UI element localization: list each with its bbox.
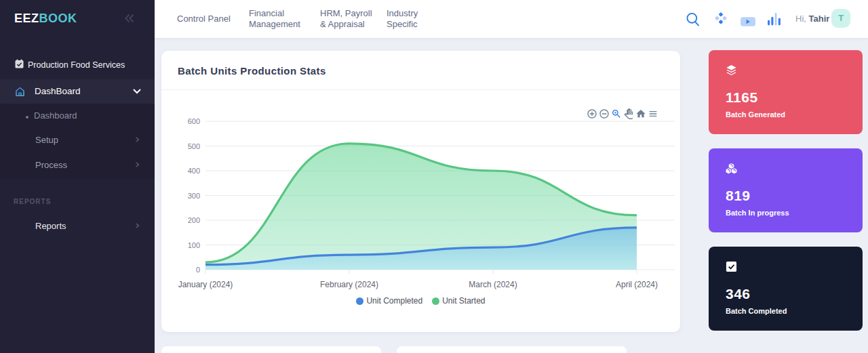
sidebar-item-company[interactable]: Production Food Services	[0, 54, 155, 77]
sidebar-dashboard-label: DashBoard	[35, 86, 81, 96]
logo-row: EEZBOOK	[0, 0, 155, 38]
nav-hrm-line2: & Appraisal	[320, 19, 365, 29]
svg-text:January (2024): January (2024)	[178, 280, 233, 289]
stat-card-batch-generated[interactable]: 1165 Batch Generated	[709, 50, 863, 134]
video-tutorial-icon[interactable]	[741, 14, 755, 29]
top-header: Control Panel FinancialManagement HRM, P…	[155, 0, 868, 38]
svg-text:February (2024): February (2024)	[320, 280, 378, 289]
legend-item-completed[interactable]: Unit Completed	[356, 296, 422, 306]
svg-text:500: 500	[188, 142, 200, 150]
cubes-icon	[726, 163, 737, 174]
area-chart[interactable]: 0100200300400500600January (2024)Februar…	[161, 89, 680, 306]
svg-text:300: 300	[188, 192, 200, 200]
legend-dot-green	[432, 297, 439, 305]
check-square-icon	[726, 261, 737, 272]
svg-text:600: 600	[188, 117, 200, 125]
brand-logo[interactable]: EEZBOOK	[14, 12, 77, 26]
sidebar-item-reports[interactable]: Reports	[35, 221, 66, 231]
avatar[interactable]: T	[831, 9, 850, 28]
greeting-prefix: Hi,	[795, 14, 809, 24]
sidebar-item-dashboard-sub[interactable]: Dashboard	[34, 110, 77, 121]
home-icon	[15, 87, 25, 97]
stat-label: Batch In progress	[726, 209, 789, 217]
sidebar-section-reports: REPORTS	[14, 198, 51, 205]
legend-dot-blue	[356, 297, 363, 305]
apps-diamond-icon[interactable]	[713, 11, 728, 26]
nav-hrm-line1: HRM, Payroll	[320, 8, 372, 18]
sidebar: EEZBOOK Production Food Services DashBoa…	[0, 0, 155, 353]
bullet-icon	[26, 116, 28, 119]
chevron-right-icon	[135, 223, 140, 228]
nav-industry-specific[interactable]: IndustrySpecific	[387, 8, 418, 30]
chevron-right-icon	[135, 162, 140, 167]
chart-title: Batch Units Production Stats	[178, 65, 326, 77]
bottom-card-right	[397, 346, 627, 353]
stat-card-batch-in-progress[interactable]: 819 Batch In progress	[709, 148, 863, 232]
stat-label: Batch Completed	[726, 307, 787, 315]
sidebar-submenu	[0, 104, 155, 178]
legend-label-completed: Unit Completed	[366, 296, 422, 306]
stat-value: 1165	[726, 89, 758, 106]
bottom-card-left	[161, 346, 381, 353]
chevron-down-icon	[133, 89, 141, 94]
svg-text:200: 200	[188, 216, 200, 224]
stat-card-batch-completed[interactable]: 346 Batch Completed	[709, 247, 863, 331]
chart-card: Batch Units Production Stats 01002003004…	[161, 51, 680, 332]
nav-industry-line2: Specific	[387, 19, 418, 29]
sidebar-item-dashboard-parent[interactable]: DashBoard	[0, 79, 155, 104]
sidebar-item-process[interactable]: Process	[35, 160, 67, 170]
sidebar-item-setup[interactable]: Setup	[35, 135, 58, 145]
nav-industry-line1: Industry	[387, 8, 418, 18]
calendar-check-icon	[15, 59, 24, 68]
svg-text:April (2024): April (2024)	[616, 280, 658, 289]
svg-text:100: 100	[188, 241, 200, 249]
legend-label-started: Unit Started	[442, 296, 485, 306]
stat-label: Batch Generated	[726, 110, 785, 119]
legend-item-started[interactable]: Unit Started	[432, 296, 485, 306]
nav-control-panel[interactable]: Control Panel	[177, 14, 231, 24]
svg-text:March (2024): March (2024)	[469, 280, 517, 289]
search-icon[interactable]	[686, 12, 701, 27]
sidebar-collapse-icon[interactable]	[123, 12, 138, 25]
sidebar-company-label: Production Food Services	[28, 60, 125, 70]
nav-hrm-payroll[interactable]: HRM, Payroll& Appraisal	[320, 8, 372, 30]
chevron-right-icon	[135, 137, 140, 142]
nav-financial-line2: Management	[249, 19, 300, 29]
greeting: Hi, Tahir	[795, 14, 829, 24]
brand-secondary: BOOK	[39, 12, 77, 25]
user-name: Tahir	[809, 14, 830, 24]
svg-text:0: 0	[196, 266, 200, 274]
chart-legend: Unit Completed Unit Started	[161, 296, 680, 306]
layers-icon	[726, 64, 737, 76]
bar-chart-icon[interactable]	[767, 12, 782, 26]
svg-text:400: 400	[188, 167, 200, 175]
stat-value: 346	[726, 286, 751, 302]
brand-primary: EEZ	[14, 12, 39, 25]
nav-financial-management[interactable]: FinancialManagement	[249, 8, 300, 30]
nav-financial-line1: Financial	[249, 8, 284, 18]
stat-value: 819	[726, 188, 751, 204]
